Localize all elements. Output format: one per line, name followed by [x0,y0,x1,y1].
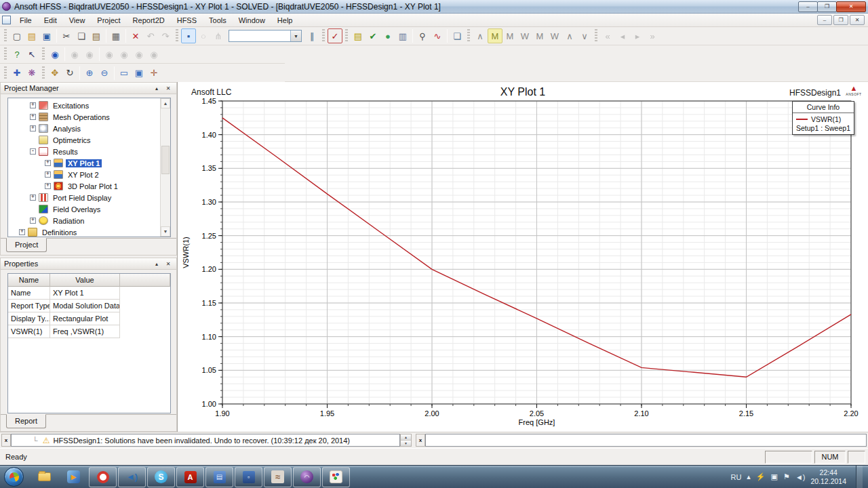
report-shape-4-icon[interactable]: W [517,28,532,43]
tree-item-radiation[interactable]: Radiation [51,217,86,225]
analyze-all-icon[interactable]: ✔ [366,28,380,43]
solution-data-icon[interactable]: ▥ [395,28,410,43]
first-icon[interactable]: « [600,28,615,43]
zoom-in-icon[interactable]: ⊕ [82,66,97,81]
restore-button[interactable]: ❐ [817,1,837,12]
tree-item-field-overlays[interactable]: Field Overlays [51,205,102,214]
create-report-icon[interactable]: ∿ [430,28,445,43]
sweep-icon[interactable]: ⋔ [211,28,226,43]
mdi-close-button[interactable]: ✕ [850,15,865,25]
open-file-icon[interactable]: ▤ [24,28,39,43]
toolbar-grip[interactable] [42,66,45,80]
tree-expander-icon[interactable]: + [45,183,51,189]
toolbar-grip[interactable] [595,29,597,43]
tree-item-results[interactable]: Results [51,148,80,156]
toolbar-grip[interactable] [345,29,348,43]
save-app-button[interactable]: ▫ [235,467,262,487]
cut-icon[interactable]: ✂ [59,28,74,43]
tree-expander-icon[interactable]: + [45,171,51,178]
hide-active-view-icon[interactable]: ◉ [102,47,117,62]
scroll-thumb[interactable] [161,146,170,174]
tray-clock[interactable]: 22:44 20.12.2014 [810,468,846,485]
tray-language[interactable]: RU [730,473,741,481]
menu-hfss[interactable]: HFSS [171,15,203,26]
undo-icon[interactable]: ↶ [143,28,158,43]
tray-power-icon[interactable]: ⚡ [756,472,766,481]
control-app-button[interactable]: ▤ [205,467,233,487]
last-icon[interactable]: » [645,28,660,43]
orientation-icon[interactable]: ❋ [24,66,39,81]
hide-selection-icon[interactable]: ◉ [67,47,82,62]
start-button[interactable] [4,467,24,487]
toolbar-grip[interactable] [4,66,7,80]
show-desktop-button[interactable] [856,466,863,488]
report-shape-3-icon[interactable]: M [502,28,517,43]
tree-item-port-field-display[interactable]: Port Field Display [51,194,113,202]
zoom-out-icon[interactable]: ⊖ [97,66,112,81]
property-value[interactable]: Rectangular Plot [50,312,120,325]
previous-icon[interactable]: ◂ [615,28,630,43]
tree-expander-icon[interactable]: - [30,148,36,155]
properties-close-icon[interactable]: ✕ [163,260,173,268]
volume-app-button[interactable]: ◄) [118,467,146,487]
minimize-button[interactable]: – [798,1,818,12]
menu-edit[interactable]: Edit [38,15,63,26]
save-icon[interactable]: ▣ [39,28,54,43]
toolbar-grip[interactable] [4,47,7,61]
scroll-up-icon[interactable]: ▲ [161,98,170,108]
property-value[interactable]: XY Plot 1 [50,287,120,300]
menu-help[interactable]: Help [271,15,299,26]
tree-item-definitions[interactable]: Definitions [40,228,79,237]
toolbar-grip[interactable] [322,29,325,43]
new-file-icon[interactable]: ▢ [9,28,24,43]
property-value[interactable]: Freq ,VSWR(1) [50,325,120,338]
column-header-blank[interactable] [120,274,170,287]
report-shape-6-icon[interactable]: W [547,28,562,43]
message-close-icon[interactable]: x [1,434,11,447]
fit-all-icon[interactable]: ▣ [132,66,146,81]
tree-item-mesh-operations[interactable]: Mesh Operations [51,113,112,121]
menu-window[interactable]: Window [233,15,271,26]
column-header-name[interactable]: Name [8,274,50,287]
zoom-window-icon[interactable]: ▭ [117,66,132,81]
menu-project[interactable]: Project [91,15,126,26]
combo-dropdown-icon[interactable]: ▼ [290,30,301,41]
report-shape-5-icon[interactable]: M [532,28,547,43]
solve-setup-icon[interactable]: ▪ [181,28,196,43]
distributed-analysis-icon[interactable]: ∥ [304,28,319,43]
rotate-icon[interactable]: ↻ [62,66,77,81]
paint-button[interactable] [322,467,350,487]
axes-icon[interactable]: ✛ [146,66,161,81]
copy-image-icon[interactable]: ❏ [450,28,465,43]
show-selection-icon[interactable]: ◉ [82,47,97,62]
column-header-value[interactable]: Value [50,274,120,287]
property-value[interactable]: Modal Solution Data [50,300,120,312]
tree-expander-icon[interactable]: + [30,102,36,108]
toolbar-grip[interactable] [42,47,45,61]
next-icon[interactable]: ▸ [630,28,645,43]
report-shape-2-icon[interactable]: M [488,28,502,43]
mdi-restore-button[interactable]: ❐ [833,15,848,25]
media-player-button[interactable]: ▶ [60,467,87,487]
redo-icon[interactable]: ↷ [158,28,173,43]
copy-icon[interactable]: ❏ [74,28,89,43]
zoom-results-icon[interactable]: ⚲ [415,28,430,43]
project-manager-collapse-icon[interactable]: ▴ [152,84,161,92]
opera-button[interactable] [89,467,117,487]
tray-expand-icon[interactable]: ▴ [747,472,751,481]
menu-file[interactable]: File [14,15,38,26]
toolbar-grip[interactable] [4,29,7,43]
message2-close-icon[interactable]: x [416,434,425,447]
skype-button[interactable]: S [147,467,175,487]
submit-job-icon[interactable]: ● [380,28,395,43]
adobe-reader-button[interactable]: A [176,467,204,487]
tab-project[interactable]: Project [6,238,47,252]
validate-icon[interactable]: ✓ [328,28,342,43]
tree-item-xy-plot-1[interactable]: XY Plot 1 [66,159,102,167]
tree-expander-icon[interactable]: + [45,160,51,166]
help-topics-icon[interactable]: ? [9,47,24,62]
mdi-document-icon[interactable] [2,16,11,24]
pan-icon[interactable]: ✥ [47,66,62,81]
tree-expander-icon[interactable]: + [30,218,36,224]
tray-volume-icon[interactable]: ◄) [795,473,806,481]
